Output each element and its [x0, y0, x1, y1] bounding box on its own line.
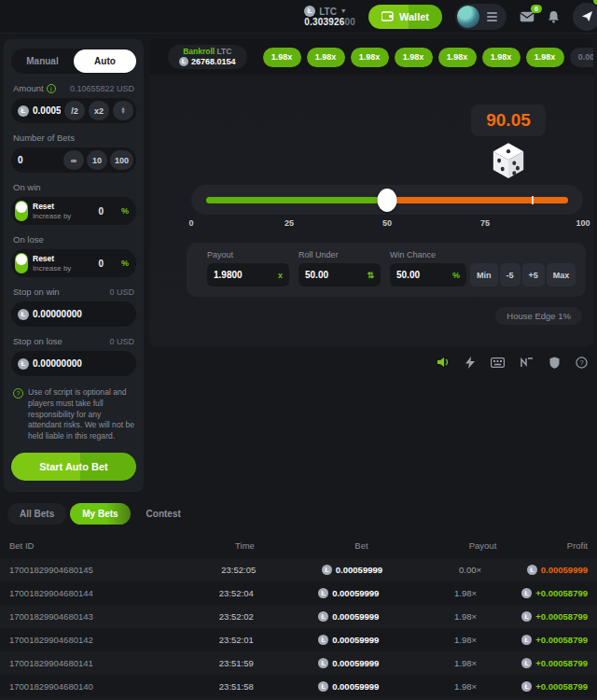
- hotkeys-icon[interactable]: [491, 357, 505, 368]
- bets-count-option[interactable]: 100: [110, 150, 133, 170]
- ltc-coin-icon: Ł: [179, 57, 188, 66]
- win-chance-input[interactable]: 50.00: [396, 270, 449, 280]
- mail-button[interactable]: 6: [520, 11, 535, 22]
- amount-input-row: Ł /2 x2 ▲▼: [11, 98, 136, 123]
- table-row[interactable]: 1700182990468014423:52:04Ł0.000599991.98…: [0, 581, 597, 605]
- house-edge-badge: House Edge 1%: [495, 307, 582, 325]
- wallet-icon: [382, 11, 394, 21]
- bet-id: 17001829904680140: [9, 681, 185, 692]
- history-pill[interactable]: 1.98x: [482, 48, 521, 67]
- bets-tab-all-bets[interactable]: All Bets: [7, 503, 66, 525]
- bets-table-body: 1700182990468014523:52:05Ł0.000599990.00…: [0, 558, 597, 700]
- verify-icon[interactable]: [549, 357, 560, 369]
- bet-payout: 1.98×: [410, 635, 521, 645]
- roll-under-field: Roll Under 50.00 ⇅: [298, 250, 381, 297]
- instant-bet-icon[interactable]: [465, 357, 475, 369]
- column-header: Bet ID: [9, 540, 191, 551]
- bell-icon: [548, 10, 560, 23]
- table-row[interactable]: 1700182990468014223:52:01Ł0.000599991.98…: [0, 628, 597, 651]
- table-row[interactable]: 1700182990468014323:52:02Ł0.000599991.98…: [0, 605, 597, 628]
- amount-input[interactable]: [33, 105, 61, 116]
- tab-auto[interactable]: Auto: [74, 49, 136, 73]
- bets-count-option[interactable]: ∞: [63, 150, 84, 170]
- amount-stepper[interactable]: ▲▼: [113, 101, 133, 120]
- win-chance-plus5-button[interactable]: +5: [522, 263, 545, 287]
- bets-tab-my-bets[interactable]: My Bets: [70, 503, 130, 525]
- on-lose-increase-label[interactable]: Increase by: [33, 264, 93, 273]
- question-icon: ?: [13, 388, 23, 399]
- user-menu[interactable]: [455, 4, 507, 30]
- history-pill[interactable]: 1.98x: [395, 48, 433, 67]
- top-bar: Ł LTC ▼ 0.30392600 Wallet 6: [0, 0, 597, 34]
- payout-input[interactable]: 1.9800: [214, 270, 274, 280]
- avatar: [457, 6, 479, 28]
- column-header: Payout: [424, 540, 541, 551]
- on-win-value[interactable]: 0: [98, 206, 104, 217]
- history-pill[interactable]: 1.98x: [351, 48, 389, 67]
- on-lose-label: On lose: [13, 234, 44, 245]
- table-row[interactable]: 1700182990468014123:51:59Ł0.000599991.98…: [0, 651, 597, 675]
- notifications-button[interactable]: [548, 10, 560, 23]
- help-icon[interactable]: ?: [576, 357, 588, 369]
- double-amount-button[interactable]: x2: [89, 101, 109, 120]
- bet-amount: Ł0.00059999: [288, 681, 410, 692]
- payout-field: Payout 1.9800 x: [207, 250, 289, 297]
- ltc-coin-icon: Ł: [318, 611, 328, 622]
- sound-icon[interactable]: [437, 357, 450, 368]
- bet-amount: Ł0.00059999: [288, 658, 410, 668]
- slider-ticks: 0255075100: [191, 218, 583, 230]
- wallet-button[interactable]: Wallet: [368, 5, 442, 29]
- bets-tab-contest[interactable]: Contest: [134, 503, 193, 525]
- history-pill[interactable]: 1.98x: [307, 48, 345, 67]
- bet-amount: Ł0.00059999: [288, 611, 410, 622]
- history-pill[interactable]: 0.00x: [570, 48, 593, 67]
- ltc-coin-icon: Ł: [521, 681, 532, 692]
- stop-on-win-input[interactable]: [33, 309, 133, 319]
- on-win-increase-label[interactable]: Increase by: [33, 212, 93, 220]
- win-chance-percent: %: [452, 271, 460, 280]
- result-marker: [532, 196, 534, 204]
- tab-manual[interactable]: Manual: [11, 49, 74, 73]
- stats-icon[interactable]: [521, 357, 534, 368]
- info-icon[interactable]: i: [47, 84, 56, 93]
- roll-under-input[interactable]: 50.00: [305, 270, 363, 280]
- history-pill[interactable]: 1.98x: [263, 48, 301, 67]
- currency-selector[interactable]: Ł LTC ▼ 0.30392600: [304, 6, 355, 27]
- on-win-toggle[interactable]: [15, 201, 28, 221]
- currency-code: LTC: [319, 7, 337, 17]
- chat-button[interactable]: 99: [573, 3, 597, 31]
- bet-time: 23:51:59: [185, 658, 288, 668]
- ltc-coin-icon: Ł: [322, 565, 332, 575]
- column-header: Profit: [541, 540, 588, 551]
- table-row[interactable]: 1700182990468014023:51:58Ł0.000599991.98…: [0, 675, 597, 698]
- bet-id: 17001829904680144: [9, 588, 185, 598]
- roll-slider[interactable]: [191, 185, 583, 215]
- table-row[interactable]: 1700182990468014523:52:05Ł0.000599990.00…: [0, 558, 597, 581]
- stop-on-lose-input[interactable]: [33, 358, 133, 369]
- ltc-coin-icon: Ł: [318, 658, 328, 668]
- swap-icon[interactable]: ⇅: [367, 271, 374, 280]
- win-chance-min-button[interactable]: Min: [470, 263, 498, 287]
- dice-icon: [492, 142, 525, 182]
- mode-tabs: Manual Auto: [11, 49, 136, 74]
- on-win-reset-label[interactable]: Reset: [33, 203, 93, 212]
- history-pill[interactable]: 1.98x: [438, 48, 477, 67]
- bets-count-option[interactable]: 10: [87, 150, 107, 170]
- win-chance-minus5-button[interactable]: -5: [500, 263, 521, 287]
- on-lose-toggle[interactable]: [15, 253, 28, 273]
- bankroll: Bankroll LTC Ł26768.0154: [168, 45, 247, 69]
- half-amount-button[interactable]: /2: [64, 101, 85, 120]
- ltc-coin-icon: Ł: [521, 588, 532, 598]
- win-chance-max-button[interactable]: Max: [547, 263, 576, 287]
- start-auto-bet-button[interactable]: Start Auto Bet: [11, 453, 136, 481]
- stop-on-lose-row: Ł: [11, 351, 136, 376]
- number-of-bets-input[interactable]: [18, 155, 60, 165]
- history-pill[interactable]: 1.98x: [526, 48, 564, 67]
- balance-value: 0.30392600: [304, 17, 355, 27]
- bet-payout: 1.98×: [410, 611, 521, 622]
- slider-track[interactable]: [206, 197, 568, 203]
- slider-handle[interactable]: [378, 189, 397, 212]
- game-header: Bankroll LTC Ł26768.0154 1.98x1.98x1.98x…: [149, 39, 593, 75]
- on-lose-value[interactable]: 0: [98, 259, 104, 269]
- on-lose-reset-label[interactable]: Reset: [33, 255, 93, 264]
